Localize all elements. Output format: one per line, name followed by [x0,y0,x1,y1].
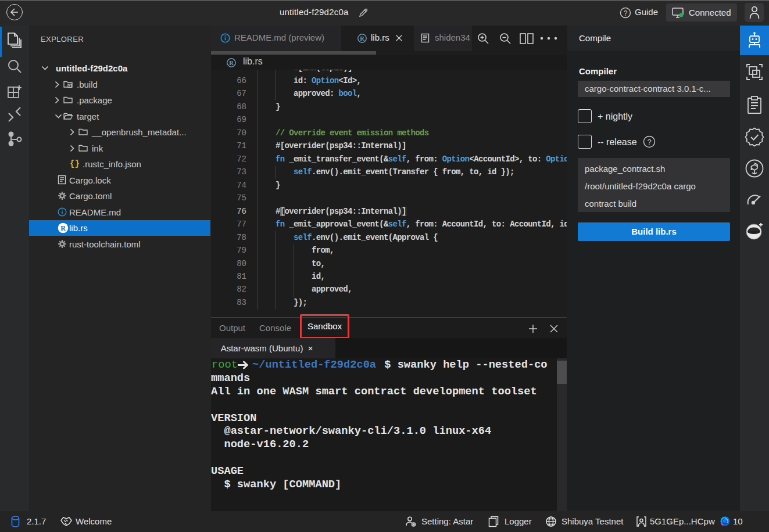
svg-text:R: R [60,224,66,232]
svg-text:R: R [229,60,234,66]
svg-text:?: ? [624,9,628,17]
svg-text:R: R [360,35,364,42]
svg-text:?: ? [647,138,651,146]
